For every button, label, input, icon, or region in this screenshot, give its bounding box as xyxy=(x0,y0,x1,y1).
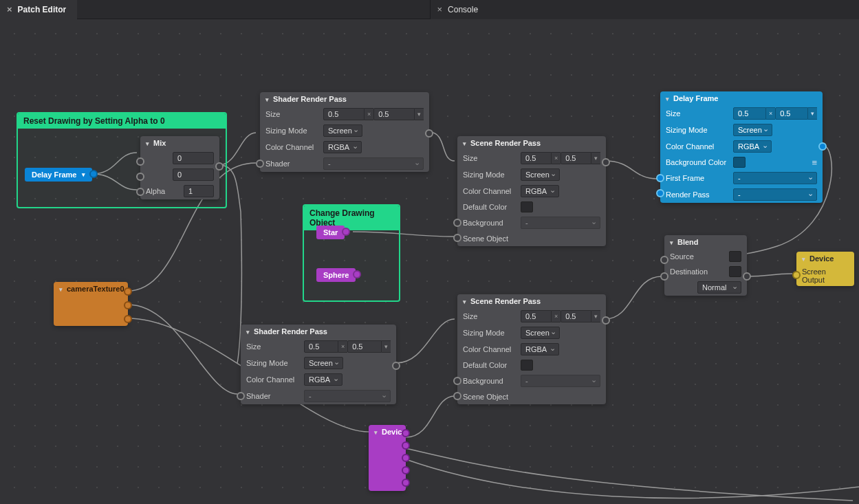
size-input[interactable]: 0.5×0.5▾ xyxy=(304,340,391,353)
close-icon[interactable]: × xyxy=(437,4,443,14)
node-header[interactable]: Scene Render Pass xyxy=(457,294,606,308)
background-label: Background xyxy=(463,219,517,227)
output-port[interactable] xyxy=(124,301,132,309)
mix-node[interactable]: Mix 0 0 Alpha1 xyxy=(140,136,219,199)
input-port[interactable] xyxy=(256,160,264,168)
node-canvas[interactable]: Reset Drawing by Setting Alpha to 0 Dela… xyxy=(0,19,859,504)
mix-input-1[interactable]: 0 xyxy=(173,152,214,164)
output-port[interactable] xyxy=(602,316,610,325)
size-label: Size xyxy=(463,154,517,162)
default-color-label: Default Color xyxy=(463,203,517,211)
tab-patch-editor[interactable]: × Patch Editor xyxy=(0,0,77,19)
node-header[interactable]: Mix xyxy=(140,136,219,150)
output-port[interactable] xyxy=(402,479,410,487)
output-port[interactable] xyxy=(402,441,410,450)
input-port[interactable] xyxy=(792,271,801,279)
color-channel-select[interactable]: RGBA xyxy=(304,373,342,386)
background-select[interactable]: - xyxy=(521,217,600,229)
output-port[interactable] xyxy=(743,272,751,281)
sizing-mode-label: Sizing Mode xyxy=(246,359,300,367)
first-frame-select[interactable]: - xyxy=(733,172,817,184)
size-input[interactable]: 0.5×0.5▾ xyxy=(521,152,600,164)
background-select[interactable]: - xyxy=(521,375,600,387)
camera-texture-node[interactable]: cameraTexture0 xyxy=(54,282,128,326)
node-header[interactable]: Device xyxy=(796,252,854,265)
sizing-mode-label: Sizing Mode xyxy=(463,329,517,337)
shader-select[interactable]: - xyxy=(323,157,424,170)
color-channel-select[interactable]: RGBA xyxy=(521,185,559,197)
delay-frame-pill[interactable]: Delay Frame ▾ xyxy=(25,168,92,182)
node-header[interactable]: Shader Render Pass xyxy=(241,325,396,338)
sizing-mode-select[interactable]: Screen xyxy=(304,357,343,369)
size-label: Size xyxy=(463,312,517,320)
shader-render-pass-node[interactable]: Shader Render Pass Size 0.5×0.5▾ Sizing … xyxy=(260,92,429,172)
input-port[interactable] xyxy=(136,173,144,181)
input-port[interactable] xyxy=(656,174,664,182)
tab-label: Console xyxy=(448,5,478,14)
output-port[interactable] xyxy=(602,158,610,166)
node-header[interactable]: Blend xyxy=(664,235,747,249)
color-channel-select[interactable]: RGBA xyxy=(521,343,559,355)
node-header[interactable]: Shader Render Pass xyxy=(260,92,429,106)
shader-label: Shader xyxy=(265,160,319,168)
render-pass-select[interactable]: - xyxy=(733,188,817,201)
alpha-input[interactable]: 1 xyxy=(184,185,214,197)
sizing-mode-select[interactable]: Screen xyxy=(521,327,560,339)
node-header[interactable]: Device xyxy=(369,425,406,439)
sizing-mode-label: Sizing Mode xyxy=(666,126,729,134)
node-header[interactable]: cameraTexture0 xyxy=(54,282,128,296)
mix-input-2[interactable]: 0 xyxy=(173,168,214,181)
screen-output-label: Screen Output xyxy=(802,267,826,284)
close-icon[interactable]: × xyxy=(7,4,12,14)
input-port[interactable] xyxy=(660,256,668,264)
node-header[interactable]: Scene Render Pass xyxy=(457,136,606,150)
output-port[interactable] xyxy=(425,129,433,138)
default-color-label: Default Color xyxy=(463,361,517,369)
blend-mode-select[interactable]: Normal xyxy=(697,281,741,294)
input-port[interactable] xyxy=(136,188,144,196)
node-header[interactable]: Delay Frame xyxy=(660,91,823,105)
sizing-mode-select[interactable]: Screen xyxy=(323,124,362,137)
output-port[interactable] xyxy=(124,315,132,323)
shader-render-pass-node[interactable]: Shader Render Pass Size 0.5×0.5▾ Sizing … xyxy=(241,325,396,404)
device-purple-node[interactable]: Device xyxy=(369,425,406,491)
output-port[interactable] xyxy=(402,429,410,437)
sizing-mode-select[interactable]: Screen xyxy=(733,124,772,136)
delay-frame-node[interactable]: Delay Frame Size0.5×0.5▾ Sizing ModeScre… xyxy=(660,91,823,203)
size-input[interactable]: 0.5×0.5▾ xyxy=(733,107,817,120)
input-port[interactable] xyxy=(453,377,461,385)
scene-render-pass-node[interactable]: Scene Render Pass Size0.5×0.5▾ Sizing Mo… xyxy=(457,294,606,404)
output-port[interactable] xyxy=(402,454,410,462)
color-swatch[interactable] xyxy=(729,251,741,262)
output-port[interactable] xyxy=(818,142,827,151)
input-port[interactable] xyxy=(453,392,461,400)
shader-select[interactable]: - xyxy=(304,390,391,402)
output-port[interactable] xyxy=(392,362,400,370)
color-swatch[interactable] xyxy=(733,157,746,168)
color-swatch[interactable] xyxy=(521,360,533,371)
output-port[interactable] xyxy=(124,287,132,296)
sphere-pill[interactable]: Sphere xyxy=(316,268,356,282)
input-port[interactable] xyxy=(453,219,461,227)
input-port[interactable] xyxy=(237,392,245,400)
input-port[interactable] xyxy=(453,234,461,242)
device-node[interactable]: Device Screen Output xyxy=(796,252,854,286)
output-port[interactable] xyxy=(215,162,224,171)
color-channel-select[interactable]: RGBA xyxy=(323,141,362,153)
blend-node[interactable]: Blend Source Destination Normal xyxy=(664,235,747,296)
input-port[interactable] xyxy=(136,157,144,166)
input-port[interactable] xyxy=(660,272,668,281)
background-label: Background xyxy=(463,377,517,385)
color-swatch[interactable] xyxy=(729,266,741,277)
tab-console[interactable]: × Console xyxy=(430,0,860,19)
color-swatch[interactable] xyxy=(521,201,533,212)
size-input[interactable]: 0.5×0.5▾ xyxy=(521,310,600,322)
sizing-mode-select[interactable]: Screen xyxy=(521,168,560,181)
output-port[interactable] xyxy=(89,170,98,178)
input-port[interactable] xyxy=(656,189,664,197)
output-port[interactable] xyxy=(402,466,410,474)
color-channel-select[interactable]: RGBA xyxy=(733,140,772,153)
star-pill[interactable]: Star xyxy=(316,226,345,239)
size-input[interactable]: 0.5×0.5▾ xyxy=(323,108,424,120)
scene-render-pass-node[interactable]: Scene Render Pass Size0.5×0.5▾ Sizing Mo… xyxy=(457,136,606,246)
